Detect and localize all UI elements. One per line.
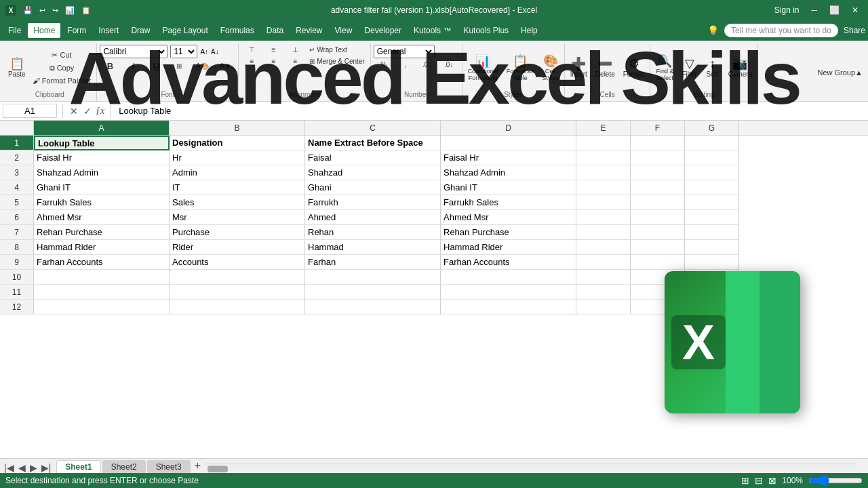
- redo-button[interactable]: ↪: [50, 5, 61, 16]
- bold-button[interactable]: B: [100, 60, 120, 73]
- cell-r4-c1[interactable]: Ghani IT: [34, 180, 170, 195]
- page-break-view-button[interactable]: ⊠: [768, 475, 776, 486]
- cell-r10-c1[interactable]: [34, 270, 170, 285]
- align-right-button[interactable]: ≡: [285, 56, 305, 66]
- cell-r11-c1[interactable]: [34, 285, 170, 300]
- underline-button[interactable]: U: [146, 60, 166, 73]
- cell-r4-c4[interactable]: Ghani IT: [441, 180, 576, 195]
- italic-button[interactable]: I: [123, 60, 143, 73]
- col-header-a[interactable]: A: [34, 121, 170, 135]
- align-bottom-button[interactable]: ⊥: [285, 45, 305, 55]
- menu-pagelayout[interactable]: Page Layout: [157, 23, 213, 38]
- cell-r9-c2[interactable]: Accounts: [170, 255, 305, 270]
- format-as-table-button[interactable]: 📋Format asTable: [504, 54, 537, 83]
- cell-r3-c4[interactable]: Shahzad Admin: [441, 165, 576, 180]
- chart-button[interactable]: 📊: [62, 5, 77, 16]
- cell-r5-c1[interactable]: Farrukh Sales: [34, 195, 170, 210]
- cell-r2-c6[interactable]: [631, 150, 685, 165]
- menu-home[interactable]: Home: [28, 23, 60, 38]
- cell-r12-c5[interactable]: [576, 300, 631, 314]
- cell-r7-c1[interactable]: Rehan Purchase: [34, 225, 170, 240]
- cell-r2-c1[interactable]: Faisal Hr: [34, 150, 170, 165]
- confirm-formula-button[interactable]: ✓: [82, 106, 93, 117]
- row-number-9[interactable]: 9: [0, 255, 34, 270]
- cell-r9-c3[interactable]: Farhan: [305, 255, 441, 270]
- cell-r11-c5[interactable]: [576, 285, 631, 300]
- align-center-button[interactable]: ≡: [263, 56, 283, 66]
- cell-r6-c7[interactable]: [685, 210, 739, 225]
- zoom-slider[interactable]: [808, 475, 863, 486]
- cut-button[interactable]: ✂ Cut: [30, 49, 94, 61]
- row-number-7[interactable]: 7: [0, 225, 34, 240]
- delete-cells-button[interactable]: ➖Delete: [593, 56, 618, 79]
- cell-r1-c3[interactable]: Name Extract Before Space: [305, 136, 441, 150]
- cell-r8-c1[interactable]: Hammad Rider: [34, 240, 170, 255]
- cell-r5-c3[interactable]: Farrukh: [305, 195, 441, 210]
- cell-r11-c4[interactable]: [441, 285, 576, 300]
- cell-r1-c1[interactable]: Lookup Table: [34, 136, 170, 150]
- cell-r12-c7[interactable]: [685, 300, 739, 314]
- cell-r9-c5[interactable]: [576, 255, 631, 270]
- sheet-tab-2[interactable]: Sheet2: [102, 460, 146, 473]
- cell-r2-c4[interactable]: Faisal Hr: [441, 150, 576, 165]
- cell-r1-c7[interactable]: [685, 136, 739, 150]
- col-header-b[interactable]: B: [170, 121, 305, 135]
- cell-r8-c5[interactable]: [576, 240, 631, 255]
- wrap-text-button[interactable]: ↵ Wrap Text: [307, 45, 349, 55]
- new-group-button[interactable]: New Group: [817, 68, 855, 77]
- cell-r9-c4[interactable]: Farhan Accounts: [441, 255, 576, 270]
- row-number-4[interactable]: 4: [0, 180, 34, 195]
- menu-kutools-plus[interactable]: Kutools Plus: [458, 23, 514, 38]
- first-sheet-button[interactable]: |◀: [3, 462, 16, 473]
- cell-r7-c4[interactable]: Rehan Purchase: [441, 225, 576, 240]
- cell-r10-c2[interactable]: [170, 270, 305, 285]
- cell-r3-c5[interactable]: [576, 165, 631, 180]
- formula-input[interactable]: [116, 106, 865, 116]
- cell-r6-c1[interactable]: Ahmed Msr: [34, 210, 170, 225]
- col-header-e[interactable]: E: [576, 121, 631, 135]
- menu-view[interactable]: View: [330, 23, 358, 38]
- percent-button[interactable]: %: [374, 60, 394, 70]
- cell-r6-c6[interactable]: [631, 210, 685, 225]
- sheet-tab-1[interactable]: Sheet1: [56, 460, 100, 473]
- cell-r12-c6[interactable]: [631, 300, 685, 314]
- cell-r10-c3[interactable]: [305, 270, 441, 285]
- format-cells-button[interactable]: ⚙Format: [620, 56, 648, 79]
- cell-r8-c3[interactable]: Hammad: [305, 240, 441, 255]
- name-box[interactable]: [3, 104, 57, 118]
- cell-r11-c3[interactable]: [305, 285, 441, 300]
- cell-r1-c2[interactable]: Designation: [170, 136, 305, 150]
- horizontal-scrollbar[interactable]: [205, 464, 856, 473]
- row-number-5[interactable]: 5: [0, 195, 34, 210]
- cell-r2-c3[interactable]: Faisal: [305, 150, 441, 165]
- increase-decimal-button[interactable]: .0↑: [417, 60, 437, 70]
- menu-formulas[interactable]: Formulas: [215, 23, 260, 38]
- last-sheet-button[interactable]: ▶|: [40, 462, 53, 473]
- row-number-3[interactable]: 3: [0, 165, 34, 180]
- menu-review[interactable]: Review: [290, 23, 328, 38]
- conditional-formatting-button[interactable]: 📊ConditionalFormatting: [465, 54, 501, 83]
- cell-r4-c6[interactable]: [631, 180, 685, 195]
- sort-button[interactable]: ↕Sort: [703, 56, 723, 79]
- cell-r4-c2[interactable]: IT: [170, 180, 305, 195]
- cell-r3-c1[interactable]: Shahzad Admin: [34, 165, 170, 180]
- col-header-f[interactable]: F: [631, 121, 685, 135]
- cell-r3-c3[interactable]: Shahzad: [305, 165, 441, 180]
- menu-form[interactable]: Form: [62, 23, 92, 38]
- cell-r6-c2[interactable]: Msr: [170, 210, 305, 225]
- cell-r11-c7[interactable]: [685, 285, 739, 300]
- cell-r2-c7[interactable]: [685, 150, 739, 165]
- cell-r4-c7[interactable]: [685, 180, 739, 195]
- cell-r6-c3[interactable]: Ahmed: [305, 210, 441, 225]
- cell-r8-c7[interactable]: [685, 240, 739, 255]
- cancel-formula-button[interactable]: ✕: [68, 106, 79, 117]
- menu-developer[interactable]: Developer: [359, 23, 407, 38]
- row-number-12[interactable]: 12: [0, 300, 34, 314]
- cell-r7-c2[interactable]: Purchase: [170, 225, 305, 240]
- cell-r5-c6[interactable]: [631, 195, 685, 210]
- cell-styles-button[interactable]: 🎨CellStyles: [539, 54, 561, 83]
- decrease-font-button[interactable]: A↓: [211, 48, 219, 56]
- row-number-2[interactable]: 2: [0, 150, 34, 165]
- row-number-1[interactable]: 1: [0, 136, 34, 150]
- menu-file[interactable]: File: [3, 23, 26, 38]
